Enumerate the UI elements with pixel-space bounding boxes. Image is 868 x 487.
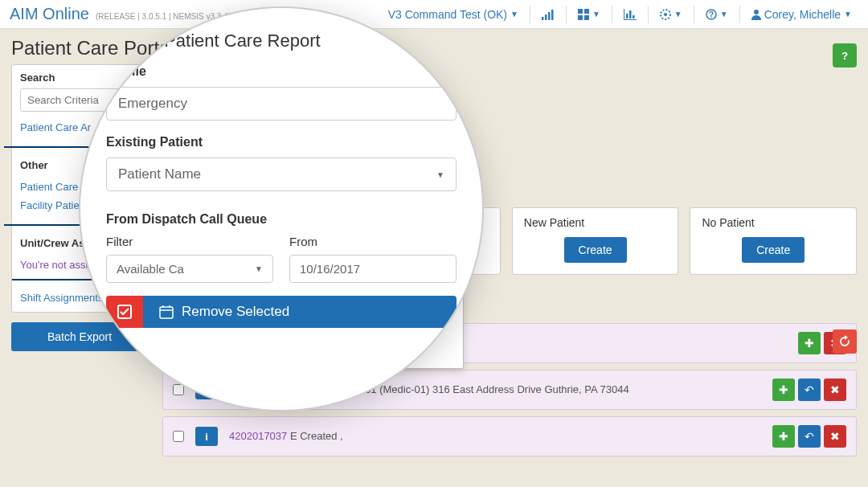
brand-title[interactable]: AIM Online <box>10 5 89 23</box>
search-heading: Search <box>20 72 139 84</box>
svg-rect-1 <box>545 14 547 20</box>
chevron-down-icon: ▼ <box>510 10 518 18</box>
svg-rect-3 <box>551 10 554 20</box>
svg-rect-10 <box>626 14 628 18</box>
record-row: i 4202017037 E Created , ✚ ↶ ✖ <box>162 416 857 456</box>
dispatch-label: From Dispatch Call Queue <box>106 212 457 227</box>
profile-select[interactable]: Emergency <box>106 87 457 121</box>
svg-rect-0 <box>542 17 544 20</box>
record-checkbox[interactable] <box>173 431 184 442</box>
svg-rect-6 <box>578 15 583 20</box>
svg-rect-8 <box>624 9 624 20</box>
signal-icon[interactable] <box>535 6 561 23</box>
profile-label: Profile <box>106 64 457 79</box>
chevron-down-icon: ▼ <box>255 264 263 273</box>
undo-button[interactable]: ↶ <box>798 379 821 401</box>
create-no-patient-button[interactable]: Create <box>742 237 805 263</box>
context-dropdown[interactable]: V3 Command Test (OK) ▼ <box>382 5 525 24</box>
remove-selected-label: Remove Selected <box>182 304 289 320</box>
topbar: AIM Online (RELEASE | 3.0.5.1 | NEMSIS v… <box>0 0 868 29</box>
separator <box>566 6 567 23</box>
no-patient-title: No Patient <box>702 216 845 229</box>
info-icon[interactable]: i <box>195 427 218 446</box>
no-patient-box: No Patient Create <box>690 207 857 275</box>
svg-rect-12 <box>633 15 635 18</box>
add-button[interactable]: ✚ <box>772 425 795 448</box>
existing-patient-label: Existing Patient <box>106 135 457 149</box>
new-patient-title: New Patient <box>524 216 667 229</box>
profile-value: Emergency <box>118 96 187 112</box>
undo-button[interactable]: ↶ <box>798 425 821 448</box>
refresh-icon <box>838 335 851 348</box>
grid-icon[interactable]: ▼ <box>571 6 607 23</box>
from-date-input[interactable]: 10/16/2017 <box>289 255 457 283</box>
svg-rect-5 <box>584 9 589 14</box>
remove-selected-button[interactable]: Remove Selected <box>143 296 457 328</box>
user-name: Corey, Michelle <box>764 8 841 21</box>
chevron-down-icon: ▼ <box>592 10 600 18</box>
help-icon[interactable]: ? ▼ <box>699 6 735 23</box>
calendar-icon <box>159 305 174 319</box>
svg-rect-4 <box>578 9 583 14</box>
topbar-right: V3 Command Test (OK) ▼ ▼ ▼ ? ▼ Corey, M <box>382 5 858 24</box>
separator <box>612 6 612 23</box>
chevron-down-icon: ▼ <box>720 10 728 18</box>
brand: AIM Online (RELEASE | 3.0.5.1 | NEMSIS v… <box>10 5 231 23</box>
svg-text:?: ? <box>709 10 714 19</box>
svg-point-14 <box>664 13 667 16</box>
separator <box>648 6 649 23</box>
record-text: E Created , <box>287 430 342 442</box>
filter-value: Available Ca <box>117 262 184 276</box>
chevron-down-icon: ▼ <box>436 170 444 179</box>
add-button[interactable]: ✚ <box>798 332 821 354</box>
magnifier-lens: Create Patient Care Report Profile Emerg… <box>80 8 482 410</box>
record-id[interactable]: 4202017037 <box>229 430 287 442</box>
refresh-button[interactable] <box>833 329 857 354</box>
existing-patient-value: Patient Name <box>118 166 201 182</box>
version-text: (RELEASE | 3.0.5.1 | NEMSIS v3.3.4) <box>96 12 231 21</box>
context-label: V3 Command Test (OK) <box>388 8 507 21</box>
checkbox-checked-icon <box>117 304 133 320</box>
svg-rect-9 <box>624 19 637 20</box>
filter-label: Filter <box>106 235 273 248</box>
delete-button[interactable]: ✖ <box>824 425 846 448</box>
delete-button[interactable]: ✖ <box>824 379 846 401</box>
separator <box>739 6 740 23</box>
from-value: 10/16/2017 <box>300 262 360 276</box>
chevron-down-icon: ▼ <box>844 10 852 18</box>
user-menu[interactable]: Corey, Michelle ▼ <box>745 5 858 24</box>
record-checkbox[interactable] <box>173 384 184 395</box>
separator <box>530 6 530 23</box>
gear-icon[interactable]: ▼ <box>653 6 689 23</box>
svg-rect-2 <box>548 12 551 20</box>
create-new-patient-button[interactable]: Create <box>564 237 627 263</box>
svg-rect-11 <box>629 10 632 18</box>
svg-rect-7 <box>584 15 589 20</box>
chart-icon[interactable] <box>617 6 643 23</box>
existing-patient-select[interactable]: Patient Name ▼ <box>106 158 457 191</box>
page-title: Patient Care Portal <box>0 29 868 64</box>
new-patient-box: New Patient Create <box>512 207 679 275</box>
user-icon <box>751 9 761 20</box>
svg-rect-19 <box>160 307 173 318</box>
add-button[interactable]: ✚ <box>772 379 795 401</box>
separator <box>694 6 694 23</box>
svg-point-17 <box>754 10 759 14</box>
chevron-down-icon: ▼ <box>674 10 682 18</box>
filter-select[interactable]: Available Ca ▼ <box>106 255 273 283</box>
from-label: From <box>289 235 457 248</box>
